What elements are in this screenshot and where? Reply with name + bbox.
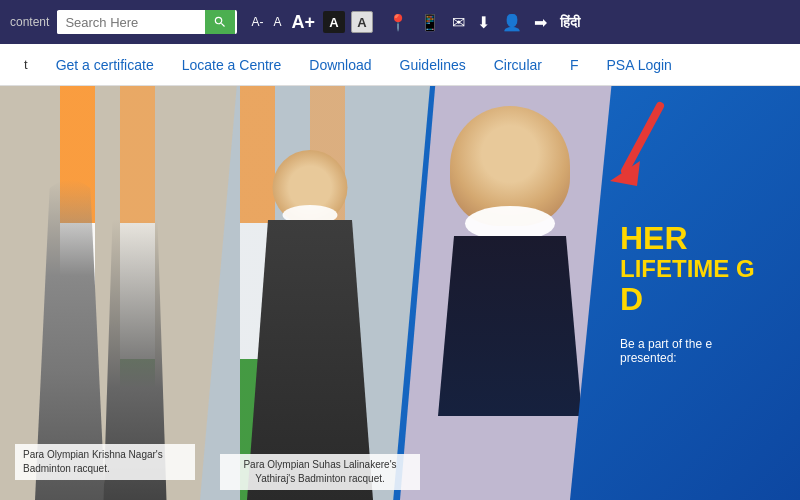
theme-dark-btn[interactable]: A	[323, 11, 345, 33]
search-box	[57, 10, 237, 34]
photo-panel-2	[200, 86, 430, 500]
mobile-icon[interactable]: 📱	[417, 11, 443, 34]
login-icon[interactable]: ➡	[531, 11, 550, 34]
red-arrow-svg	[595, 96, 675, 216]
location-icon[interactable]: 📍	[385, 11, 411, 34]
search-button[interactable]	[205, 10, 235, 34]
photo-panel-1	[0, 86, 240, 500]
search-icon	[213, 15, 227, 29]
svg-line-0	[625, 106, 660, 171]
hero-headline: HER LIFETIME G D	[620, 221, 785, 318]
download-icon[interactable]: ⬇	[474, 11, 493, 34]
hero-subtext-line1: Be a part of the e	[620, 337, 785, 351]
top-bar: content A- A A+ A A 📍 📱 ✉ ⬇ 👤 ➡ हिंदी	[0, 0, 800, 44]
hero-subtext-line2: presented:	[620, 351, 785, 365]
search-input[interactable]	[57, 11, 205, 34]
caption-center: Para Olympian Suhas Lalinakere's Yathira…	[220, 454, 420, 490]
hero-section: HER LIFETIME G D Be a part of the e pres…	[0, 86, 800, 500]
person-icon[interactable]: 👤	[499, 11, 525, 34]
email-icon[interactable]: ✉	[449, 11, 468, 34]
hero-subtext: Be a part of the e presented:	[620, 337, 785, 365]
headline-line2: LIFETIME G	[620, 256, 785, 282]
caption-left: Para Olympian Krishna Nagar's Badminton …	[15, 444, 195, 480]
font-normal-btn[interactable]: A	[271, 14, 283, 30]
nav-bar: t Get a certificate Locate a Centre Down…	[0, 44, 800, 86]
toolbar-controls: A- A A+ A A	[249, 11, 373, 34]
utility-icons: 📍 📱 ✉ ⬇ 👤 ➡ हिंदी	[385, 11, 584, 34]
headline-line1: HER	[620, 221, 785, 256]
nav-item-download[interactable]: Download	[295, 44, 385, 86]
nav-item-t[interactable]: t	[10, 44, 42, 86]
nav-item-guidelines[interactable]: Guidelines	[386, 44, 480, 86]
headline-line3: D	[620, 282, 785, 317]
skip-link[interactable]: content	[10, 15, 49, 29]
font-increase-btn[interactable]: A+	[289, 11, 317, 34]
font-decrease-btn[interactable]: A-	[249, 14, 265, 30]
theme-light-btn[interactable]: A	[351, 11, 373, 33]
red-arrow-annotation	[595, 96, 675, 216]
nav-item-certificate[interactable]: Get a certificate	[42, 44, 168, 86]
nav-item-f[interactable]: F	[556, 44, 593, 86]
language-btn[interactable]: हिंदी	[556, 12, 584, 33]
nav-item-locate[interactable]: Locate a Centre	[168, 44, 296, 86]
nav-item-circular[interactable]: Circular	[480, 44, 556, 86]
nav-item-psa-login[interactable]: PSA Login	[593, 44, 686, 86]
